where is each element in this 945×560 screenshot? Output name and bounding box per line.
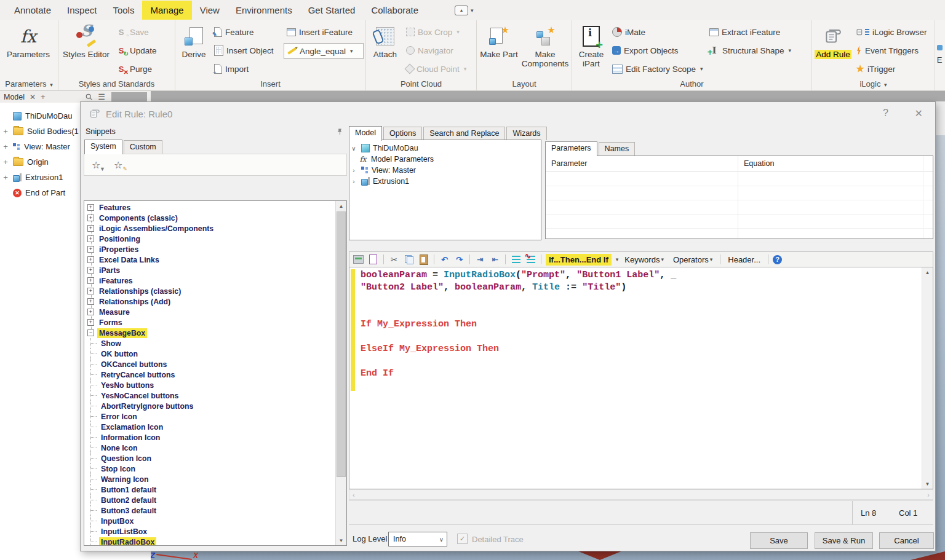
if-then-endif-button[interactable]: If...Then...End If xyxy=(546,254,612,266)
chevron-down-icon[interactable]: ▾ xyxy=(616,256,619,262)
snippet-item[interactable]: Show xyxy=(87,338,336,349)
model-tree-view[interactable]: › View: Master xyxy=(349,165,541,176)
collapse-icon[interactable]: ∨ xyxy=(349,145,358,152)
copy-icon[interactable] xyxy=(403,254,415,265)
snippet-item[interactable]: Question Icon xyxy=(87,453,336,463)
parameters-button[interactable]: fx Parameters xyxy=(1,22,55,79)
cut-icon[interactable]: ✂ xyxy=(388,254,400,265)
snippet-item[interactable]: RetryCancel buttons xyxy=(87,369,336,380)
snippet-item[interactable]: OK button xyxy=(87,349,336,359)
angle-equal-dropdown[interactable]: Angle_equal ▾ xyxy=(284,43,364,59)
tab-search-and-replace[interactable]: Search and Replace xyxy=(423,127,505,140)
snippet-item[interactable]: YesNo buttons xyxy=(87,380,336,390)
scroll-up-icon[interactable]: ▲ xyxy=(922,267,933,277)
snippet-item[interactable]: Button3 default xyxy=(87,505,336,516)
undo-icon[interactable]: ↶ xyxy=(439,254,450,265)
ribbon-tab-get-started[interactable]: Get Started xyxy=(300,1,364,20)
edit-favorites-icon[interactable]: ☆✎ xyxy=(114,159,126,171)
snippet-item[interactable]: Warning Icon xyxy=(87,474,336,484)
insert-object-button[interactable]: Insert Object xyxy=(211,41,284,60)
tab-system[interactable]: System xyxy=(84,140,122,154)
snippet-item[interactable]: Error Icon xyxy=(87,411,336,422)
cancel-button[interactable]: Cancel xyxy=(879,532,934,549)
scroll-right-icon[interactable]: › xyxy=(927,491,930,499)
dialog-title-bar[interactable]: Edit Rule: Rule0 xyxy=(81,102,935,125)
snippet-item[interactable]: +iLogic Assemblies/Components xyxy=(87,223,336,234)
tab-parameters[interactable]: Parameters xyxy=(545,141,597,156)
snippet-item[interactable]: +Relationships (classic) xyxy=(87,286,336,296)
browser-menu-icon[interactable]: ☰ xyxy=(98,92,105,101)
create-ipart-button[interactable]: i+ Create iPart xyxy=(573,22,609,79)
print-preview-icon[interactable] xyxy=(367,254,379,265)
expand-icon[interactable]: › xyxy=(349,178,358,185)
snippet-item[interactable]: AbortRetryIgnore buttons xyxy=(87,401,336,411)
model-tree-parameters[interactable]: fx Model Parameters xyxy=(349,154,541,165)
import-button[interactable]: → Import xyxy=(211,60,284,78)
event-triggers-button[interactable]: Event Triggers xyxy=(853,41,930,60)
imate-button[interactable]: iMate xyxy=(609,23,706,41)
model-tree-extrusion[interactable]: › Extrusion1 xyxy=(349,176,541,187)
tab-model[interactable]: Model xyxy=(349,126,382,141)
expander-icon[interactable]: + xyxy=(2,157,9,167)
close-icon[interactable]: ✕ xyxy=(30,93,36,101)
snippet-item[interactable]: +iParts xyxy=(87,265,336,275)
operators-dropdown[interactable]: Operators▾ xyxy=(670,254,716,266)
parameters-table[interactable]: Parameter Equation xyxy=(545,156,933,239)
add-tab-icon[interactable]: + xyxy=(41,92,46,101)
help-icon[interactable]: ? xyxy=(773,255,782,264)
snippet-item[interactable]: Button2 default xyxy=(87,495,336,505)
snippet-item[interactable]: Exclamation Icon xyxy=(87,422,336,432)
purge-styles-button[interactable]: S✕ Purge xyxy=(113,60,160,78)
itrigger-button[interactable]: iTrigger xyxy=(853,60,930,78)
ilogic-group-footer[interactable]: iLogic ▾ xyxy=(812,79,935,90)
attach-button[interactable]: Attach xyxy=(367,22,403,79)
scroll-down-icon[interactable]: ▼ xyxy=(336,535,346,545)
model-tree-root[interactable]: ∨ ThiDuMoDau xyxy=(349,143,541,154)
feature-button[interactable]: ✎ Feature xyxy=(211,23,284,41)
snippet-item[interactable]: OKCancel buttons xyxy=(87,359,336,369)
snippet-item[interactable]: InputRadioBox xyxy=(87,537,336,546)
ribbon-tab-manage[interactable]: Manage xyxy=(142,1,191,20)
paste-icon[interactable] xyxy=(418,254,429,265)
expander-icon[interactable]: + xyxy=(2,142,9,151)
redo-icon[interactable]: ↷ xyxy=(453,254,465,265)
pin-icon[interactable] xyxy=(337,128,343,135)
snippet-item[interactable]: YesNoCancel buttons xyxy=(87,390,336,401)
expand-icon[interactable]: › xyxy=(349,167,358,174)
add-rule-button[interactable]: Add Rule xyxy=(813,22,853,79)
save-button[interactable]: Save xyxy=(750,532,808,549)
tab-custom[interactable]: Custom xyxy=(124,140,162,154)
ilogic-browser-button[interactable]: iLogic Browser xyxy=(853,23,930,41)
scroll-down-icon[interactable]: ▼ xyxy=(922,479,933,489)
log-level-select[interactable]: Info ∨ xyxy=(388,532,447,546)
make-components-button[interactable]: Make Components xyxy=(522,22,568,79)
snippet-item[interactable]: +Measure xyxy=(87,307,336,317)
save-and-run-button[interactable]: Save & Run xyxy=(815,532,873,549)
ribbon-display-toggle[interactable]: ▴ ▾ xyxy=(455,6,474,15)
ribbon-tab-inspect[interactable]: Inspect xyxy=(59,1,105,20)
tab-names[interactable]: Names xyxy=(599,142,636,156)
snippet-item[interactable]: InputListBox xyxy=(87,526,336,537)
snippets-list[interactable]: +Features+Components (classic)+iLogic As… xyxy=(84,200,347,546)
scrollbar-thumb[interactable] xyxy=(337,211,346,477)
update-styles-button[interactable]: S↻ Update xyxy=(113,41,160,60)
snippet-item[interactable]: −MessageBox xyxy=(87,328,336,338)
header-button[interactable]: Header... xyxy=(725,254,764,266)
code-vertical-scrollbar[interactable]: ▲ ▼ xyxy=(922,267,933,489)
ribbon-tab-annotate[interactable]: Annotate xyxy=(6,1,59,20)
filter-favorites-icon[interactable]: ☆▼ xyxy=(92,159,104,171)
snippet-item[interactable]: +Relationships (Add) xyxy=(87,296,336,307)
snippet-item[interactable]: InputBox xyxy=(87,516,336,526)
snippet-item[interactable]: +Forms xyxy=(87,317,336,328)
extract-ifeature-button[interactable]: Extract iFeature xyxy=(706,23,810,41)
snippet-item[interactable]: +Features xyxy=(87,202,336,213)
snippet-item[interactable]: Stop Icon xyxy=(87,463,336,474)
snippet-item[interactable]: +Positioning xyxy=(87,234,336,244)
edit-factory-scope-button[interactable]: Edit Factory Scope▾ xyxy=(609,60,706,78)
outdent-icon[interactable]: ⇤ xyxy=(489,254,501,265)
expander-icon[interactable]: + xyxy=(2,173,9,182)
scroll-up-icon[interactable]: ▲ xyxy=(336,201,346,211)
code-horizontal-scrollbar[interactable]: ‹ › xyxy=(349,489,933,500)
dialog-close-button[interactable]: ✕ xyxy=(915,108,923,119)
scroll-left-icon[interactable]: ‹ xyxy=(353,491,355,499)
